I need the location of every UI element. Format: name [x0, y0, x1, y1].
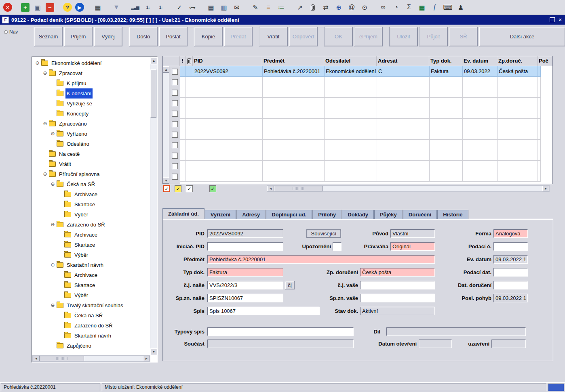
- tree-item[interactable]: Vyřizuje se: [33, 99, 150, 109]
- tree-item[interactable]: Archivace: [33, 230, 150, 240]
- spreadsheet-icon[interactable]: ▦: [417, 2, 427, 12]
- tree-item[interactable]: ⊖Ekonomické oddělení: [33, 58, 150, 68]
- action-button-vratit[interactable]: Vrátit: [259, 27, 288, 46]
- grid-row[interactable]: [180, 108, 552, 119]
- scroll-left-button[interactable]: ◄: [267, 186, 274, 191]
- dat-doruceni-field[interactable]: [493, 281, 528, 289]
- scroll-up-button[interactable]: ▲: [150, 57, 157, 64]
- tree-item[interactable]: Výběr: [33, 290, 150, 300]
- bullet-list-icon[interactable]: ≡: [264, 2, 273, 12]
- prav-vaha-field[interactable]: Originál: [390, 242, 435, 251]
- grid-row[interactable]: 2022VVS0092Pohledávka č.20220001Ekonomic…: [180, 66, 552, 77]
- row-checkbox[interactable]: [169, 161, 180, 171]
- grid-row[interactable]: [180, 140, 552, 150]
- tree-vertical-scrollbar[interactable]: ▲ ▼: [150, 57, 157, 355]
- filter-green-checkbox[interactable]: [209, 185, 216, 192]
- grid-col-pid[interactable]: PID: [193, 56, 262, 66]
- action-button-sr[interactable]: SŘ: [449, 27, 478, 46]
- grid-row[interactable]: [180, 77, 552, 87]
- expander-minus-icon[interactable]: ⊖: [50, 260, 56, 270]
- tree-item[interactable]: Na cestě: [33, 149, 150, 159]
- open-external-icon[interactable]: ↗: [295, 2, 305, 12]
- podaci-dat-field[interactable]: [493, 268, 528, 277]
- tree-item[interactable]: Skartace: [33, 240, 150, 250]
- filter-red-checkbox[interactable]: [163, 185, 170, 192]
- tree-item[interactable]: ⊖Zařazeno do SŘ: [33, 220, 150, 230]
- eye-icon[interactable]: ⊙: [360, 2, 369, 12]
- tree-item[interactable]: Čeká na SŘ: [33, 310, 150, 321]
- action-button-doslo[interactable]: Došlo: [129, 27, 158, 46]
- expander-minus-icon[interactable]: ⊖: [42, 68, 48, 78]
- iniciac-pid-field[interactable]: [207, 242, 283, 251]
- tree-item[interactable]: ⊖Zpracovat: [33, 68, 150, 78]
- action-button-predat[interactable]: Předat: [224, 27, 253, 46]
- scroll-down-button[interactable]: ▼: [150, 348, 157, 355]
- action-button-ok[interactable]: OK: [324, 27, 353, 46]
- print-preview-icon[interactable]: ▥: [219, 2, 229, 12]
- action-button-poslat[interactable]: Poslat: [159, 27, 188, 46]
- grid-horizontal-scrollbar[interactable]: ◄ ►: [267, 185, 550, 192]
- globe-icon[interactable]: ⊕: [334, 2, 344, 12]
- row-checkbox[interactable]: [169, 87, 180, 98]
- action-button-vydej[interactable]: Výdej: [94, 27, 122, 46]
- tree-item[interactable]: Vrátit: [33, 159, 150, 169]
- action-button-pujcit[interactable]: Půjčit: [419, 27, 448, 46]
- grid-col-odesilatel[interactable]: Odesílatel: [324, 56, 377, 66]
- tree-item[interactable]: ⊖Čeká na SŘ: [33, 179, 150, 189]
- row-checkbox[interactable]: [169, 98, 180, 108]
- expander-plus-icon[interactable]: ⊕: [50, 129, 56, 139]
- tree-item[interactable]: ⊖Skartační návrh: [33, 260, 150, 270]
- tree-item[interactable]: Skartační návrh: [33, 331, 150, 341]
- grid-row[interactable]: [180, 161, 552, 171]
- tab-prilohy[interactable]: Přílohy: [312, 210, 342, 219]
- save-icon[interactable]: ▣: [33, 2, 42, 12]
- grid-row[interactable]: [180, 129, 552, 140]
- expander-minus-icon[interactable]: ⊖: [50, 179, 56, 189]
- action-button-seznam[interactable]: Seznam: [34, 27, 63, 46]
- grid-col-adresat[interactable]: Adresát: [377, 56, 429, 66]
- row-checkbox[interactable]: [169, 140, 180, 150]
- scroll-track[interactable]: [40, 356, 143, 361]
- grid-col-warning[interactable]: !: [180, 56, 186, 66]
- grid-row[interactable]: [180, 119, 552, 129]
- cj-vase-field[interactable]: [360, 281, 435, 289]
- row-checkbox[interactable]: [169, 119, 180, 129]
- edit-icon[interactable]: ✎: [251, 2, 260, 12]
- expander-minus-icon[interactable]: ⊖: [34, 58, 40, 68]
- user-icon[interactable]: ♟: [456, 2, 466, 12]
- tree-item[interactable]: Archivace: [33, 270, 150, 280]
- validate-icon[interactable]: ✓: [175, 2, 184, 12]
- help-icon[interactable]: ?: [63, 3, 72, 12]
- clock-icon[interactable]: ◔: [391, 2, 401, 12]
- action-button-dalsi-akce[interactable]: Další akce: [479, 27, 565, 46]
- cj-button[interactable]: čj: [285, 281, 295, 289]
- grid-row[interactable]: [180, 98, 552, 108]
- forma-field[interactable]: Analogová: [493, 229, 528, 238]
- tree-item[interactable]: ⊕Vyřízeno: [33, 129, 150, 139]
- key-icon[interactable]: ⊶: [188, 2, 197, 12]
- formula-icon[interactable]: ƒ: [430, 2, 440, 12]
- chart-icon[interactable]: ▂▄▆: [130, 2, 140, 12]
- row-checkbox[interactable]: [169, 77, 180, 87]
- calendar-icon[interactable]: ▦: [93, 2, 103, 12]
- tree-item[interactable]: ⊖Zpracováno: [33, 119, 150, 129]
- grid-col-poc[interactable]: Poč: [538, 56, 552, 66]
- scroll-track[interactable]: [274, 186, 542, 191]
- action-button-prijem[interactable]: Příjem: [64, 27, 93, 46]
- zp-doruceni-field[interactable]: Česká pošta: [360, 268, 435, 277]
- scroll-down-button[interactable]: ▼: [163, 177, 169, 184]
- expander-minus-icon[interactable]: ⊖: [42, 119, 48, 129]
- scroll-thumb[interactable]: [40, 356, 84, 361]
- tree-item[interactable]: Zapůjčeno: [33, 341, 150, 351]
- grid-col-attachment[interactable]: [186, 56, 193, 66]
- tree-item[interactable]: ⊖Trvalý skartační souhlas: [33, 300, 150, 310]
- tree-item[interactable]: Výběr: [33, 210, 150, 220]
- binoculars-icon[interactable]: ∞: [378, 2, 388, 12]
- scroll-left-button[interactable]: ◄: [33, 356, 40, 361]
- tree-item[interactable]: K odeslání: [33, 88, 150, 99]
- scroll-right-button[interactable]: ►: [143, 356, 150, 361]
- cj-nase-field[interactable]: VVS/2022/3: [207, 281, 283, 289]
- action-button-ulozit[interactable]: Uložit: [389, 27, 418, 46]
- sort-desc-icon[interactable]: 1↑: [156, 2, 166, 12]
- row-checkbox[interactable]: [169, 150, 180, 161]
